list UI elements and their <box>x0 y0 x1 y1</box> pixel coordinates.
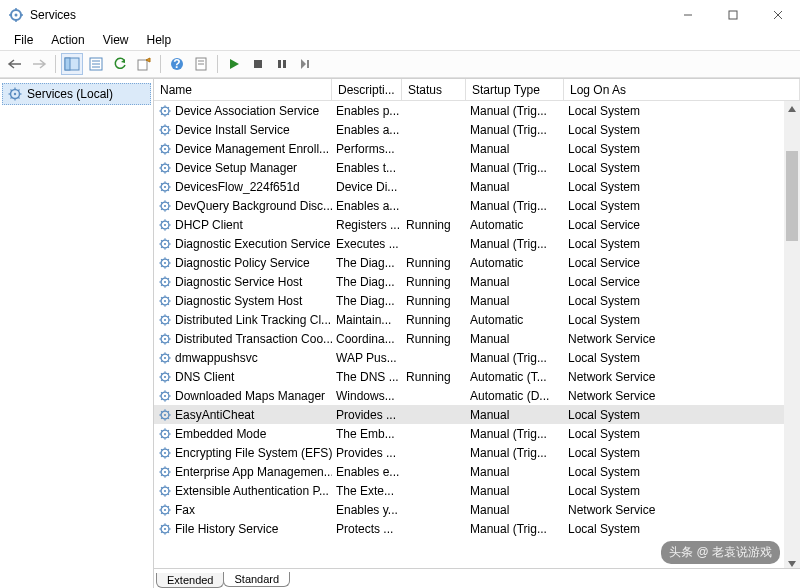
cell-logon: Local System <box>564 351 800 365</box>
cell-startup: Manual <box>466 332 564 346</box>
service-row[interactable]: Device Install ServiceEnables a...Manual… <box>154 120 800 139</box>
gear-icon <box>158 427 172 441</box>
service-row[interactable]: Distributed Link Tracking Cl...Maintain.… <box>154 310 800 329</box>
svg-point-57 <box>164 147 166 149</box>
service-row[interactable]: Distributed Transaction Coo...Coordina..… <box>154 329 800 348</box>
service-row[interactable]: Embedded ModeThe Emb...Manual (Trig...Lo… <box>154 424 800 443</box>
cell-name: Distributed Transaction Coo... <box>154 332 332 346</box>
cell-description: Protects ... <box>332 522 402 536</box>
service-row[interactable]: DevQuery Background Disc...Enables a...M… <box>154 196 800 215</box>
column-header-status[interactable]: Status <box>402 79 466 100</box>
menu-file[interactable]: File <box>6 31 41 49</box>
cell-startup: Automatic (D... <box>466 389 564 403</box>
svg-line-255 <box>161 512 162 513</box>
minimize-button[interactable] <box>665 0 710 30</box>
vertical-scrollbar[interactable] <box>784 101 800 572</box>
cell-name: Encrypting File System (EFS) <box>154 446 332 460</box>
stop-service-button[interactable] <box>247 53 269 75</box>
close-button[interactable] <box>755 0 800 30</box>
toolbar-separator <box>217 55 218 73</box>
svg-line-244 <box>168 487 169 488</box>
cell-name: Fax <box>154 503 332 517</box>
service-name-text: Downloaded Maps Manager <box>175 389 325 403</box>
menu-action[interactable]: Action <box>43 31 92 49</box>
cell-status: Running <box>402 294 466 308</box>
svg-line-65 <box>161 151 162 152</box>
service-row[interactable]: Diagnostic Policy ServiceThe Diag...Runn… <box>154 253 800 272</box>
svg-line-165 <box>161 341 162 342</box>
pause-service-button[interactable] <box>271 53 293 75</box>
service-row[interactable]: DNS ClientThe DNS ...RunningAutomatic (T… <box>154 367 800 386</box>
export-list-button[interactable] <box>133 53 155 75</box>
toolbar: ? <box>0 50 800 78</box>
restart-service-button[interactable] <box>295 53 317 75</box>
service-row[interactable]: DHCP ClientRegisters ...RunningAutomatic… <box>154 215 800 234</box>
cell-name: Device Association Service <box>154 104 332 118</box>
maximize-button[interactable] <box>710 0 755 30</box>
service-row[interactable]: Device Management Enroll...Performs...Ma… <box>154 139 800 158</box>
tab-extended[interactable]: Extended <box>156 573 224 588</box>
menu-help[interactable]: Help <box>139 31 180 49</box>
gear-icon <box>158 389 172 403</box>
cell-status: Running <box>402 275 466 289</box>
cell-status: Running <box>402 218 466 232</box>
cell-logon: Local System <box>564 408 800 422</box>
scroll-up-icon[interactable] <box>784 101 800 117</box>
service-row[interactable]: DevicesFlow_224f651dDevice Di...ManualLo… <box>154 177 800 196</box>
cell-status: Running <box>402 313 466 327</box>
svg-line-163 <box>168 341 169 342</box>
properties-button[interactable] <box>85 53 107 75</box>
service-row[interactable]: Diagnostic Execution ServiceExecutes ...… <box>154 234 800 253</box>
svg-rect-23 <box>278 60 281 68</box>
column-header-logon[interactable]: Log On As <box>564 79 800 100</box>
gear-icon <box>158 370 172 384</box>
service-row[interactable]: File History ServiceProtects ...Manual (… <box>154 519 800 538</box>
show-hide-tree-button[interactable] <box>61 53 83 75</box>
svg-line-84 <box>168 183 169 184</box>
service-row[interactable]: FaxEnables y...ManualNetwork Service <box>154 500 800 519</box>
cell-description: Device Di... <box>332 180 402 194</box>
column-header-description[interactable]: Descripti... <box>332 79 402 100</box>
svg-line-73 <box>168 170 169 171</box>
svg-line-193 <box>168 398 169 399</box>
service-row[interactable]: Device Association ServiceEnables p...Ma… <box>154 101 800 120</box>
back-button[interactable] <box>4 53 26 75</box>
svg-line-53 <box>168 132 169 133</box>
gear-icon <box>158 522 172 536</box>
svg-rect-16 <box>138 60 147 70</box>
service-row[interactable]: dmwappushsvcWAP Pus...Manual (Trig...Loc… <box>154 348 800 367</box>
svg-line-222 <box>161 449 162 450</box>
service-name-text: Extensible Authentication P... <box>175 484 329 498</box>
cell-description: The Diag... <box>332 294 402 308</box>
forward-button[interactable] <box>28 53 50 75</box>
svg-point-127 <box>164 280 166 282</box>
service-row[interactable]: Downloaded Maps ManagerWindows...Automat… <box>154 386 800 405</box>
svg-point-137 <box>164 299 166 301</box>
service-row[interactable]: EasyAntiCheatProvides ...ManualLocal Sys… <box>154 405 800 424</box>
service-row[interactable]: Extensible Authentication P...The Exte..… <box>154 481 800 500</box>
properties-sheet-button[interactable] <box>190 53 212 75</box>
service-row[interactable]: Diagnostic Service HostThe Diag...Runnin… <box>154 272 800 291</box>
column-header-startup[interactable]: Startup Type <box>466 79 564 100</box>
scrollbar-thumb[interactable] <box>786 151 798 241</box>
svg-point-257 <box>164 527 166 529</box>
start-service-button[interactable] <box>223 53 245 75</box>
service-name-text: Device Install Service <box>175 123 290 137</box>
service-row[interactable]: Encrypting File System (EFS)Provides ...… <box>154 443 800 462</box>
cell-status: Running <box>402 370 466 384</box>
svg-line-32 <box>11 90 12 91</box>
svg-point-117 <box>164 261 166 263</box>
tree-item-services-local[interactable]: Services (Local) <box>2 83 151 105</box>
tab-standard[interactable]: Standard <box>223 572 290 587</box>
help-button[interactable]: ? <box>166 53 188 75</box>
svg-line-135 <box>161 284 162 285</box>
refresh-button[interactable] <box>109 53 131 75</box>
service-row[interactable]: Enterprise App Managemen...Enables e...M… <box>154 462 800 481</box>
column-header-name[interactable]: Name <box>154 79 332 100</box>
service-row[interactable]: Diagnostic System HostThe Diag...Running… <box>154 291 800 310</box>
menu-view[interactable]: View <box>95 31 137 49</box>
service-row[interactable]: Device Setup ManagerEnables t...Manual (… <box>154 158 800 177</box>
cell-description: The Diag... <box>332 256 402 270</box>
svg-line-162 <box>161 335 162 336</box>
service-name-text: DNS Client <box>175 370 234 384</box>
